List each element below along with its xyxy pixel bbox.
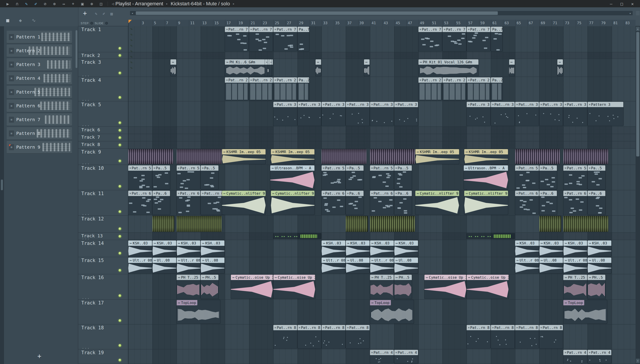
audio-clip[interactable]: ▸▸KSHMR Im..eep 05 — [464, 149, 508, 164]
audio-clip[interactable]: ▸▸PH T..25 — [563, 275, 587, 299]
track-name-row[interactable]: Track 13... — [78, 233, 128, 240]
horizontal-scrollbar[interactable]: ◂ ▸ — [130, 11, 633, 15]
disable-icon[interactable]: ⊘ — [40, 1, 50, 6]
audio-clip[interactable]: ▸▸ — [557, 59, 563, 76]
playhead-marker[interactable] — [128, 20, 132, 23]
frame-tool-icon[interactable]: ▣ — [78, 1, 87, 6]
audio-clip[interactable]: ▸▸KSHMR Im..eep 05 — [222, 149, 266, 164]
audio-clip[interactable]: ▸▸KSH..03 — [515, 240, 539, 256]
audio-clip[interactable]: ▸▸KSH..03 — [201, 240, 224, 256]
track-collapse-dots[interactable]: ... — [82, 211, 90, 216]
sidebar-scroll-thumb[interactable] — [76, 30, 77, 68]
picker-icon[interactable]: ◆ — [19, 18, 22, 23]
pattern-clip[interactable]: ≡Pat..rn 8 — [491, 325, 515, 348]
audio-clip[interactable]: ▸▸KSH..03 — [394, 240, 418, 256]
pattern-clip[interactable]: Pa..7 — [298, 27, 309, 51]
brush-tool-icon[interactable]: ✐ — [103, 11, 105, 16]
pattern-clip[interactable]: ≡Pat..rn 5 — [370, 165, 394, 189]
audio-clip[interactable]: ▸▸Ult..r 08 — [563, 258, 587, 273]
pattern-clip[interactable]: ≡Pat..rn 5 — [128, 165, 152, 189]
track-collapse-dots[interactable]: ... — [82, 295, 90, 300]
audio-clip[interactable]: ▸▸PH..5 — [588, 275, 605, 299]
pattern-clip[interactable]: ≡Pat..rn 6 — [515, 191, 539, 215]
track-name-row[interactable]: Track 19 — [78, 349, 128, 364]
pattern-clip[interactable]: ≡Pat..rn 8 — [298, 325, 321, 348]
pattern-clip[interactable]: ≡Pat..rn 2 — [225, 77, 249, 100]
track-lane[interactable] — [128, 52, 636, 59]
audio-stripe-clip[interactable] — [370, 216, 415, 232]
pattern-clip[interactable]: ≡Pat..rn 6 — [322, 191, 345, 215]
track-name-row[interactable]: Track 6 — [78, 127, 128, 134]
pattern-clip[interactable]: ≡Pat..rn 6 — [177, 191, 200, 215]
audio-clip[interactable]: ▸▸ — [364, 59, 370, 76]
audio-stripe-clip[interactable] — [177, 216, 222, 232]
pattern-clip[interactable]: ≡Pat..rn 3 — [563, 102, 587, 126]
track-name-row[interactable]: Track 18... — [78, 324, 128, 349]
pattern-clip[interactable]: ≡Pat..rn 3 — [515, 102, 539, 126]
pattern-clip[interactable]: ≡Pat..rn 2 — [273, 77, 297, 100]
scroll-left-arrow-icon[interactable]: ◂ — [131, 11, 133, 15]
pattern-clip[interactable]: ≡Pat..rn 6 — [128, 191, 152, 215]
horizontal-scroll-thumb[interactable] — [136, 11, 498, 15]
mute-led[interactable] — [118, 54, 121, 57]
audio-stripe-clip[interactable] — [539, 216, 561, 232]
mute-led[interactable] — [118, 210, 121, 213]
audio-clip[interactable]: ▸▸Cymatic..oise Up 3 — [424, 275, 466, 299]
audio-clip[interactable]: ▸▸Ultrason..BPM - A — [464, 165, 508, 189]
track-lane[interactable] — [128, 134, 636, 141]
pattern-clip[interactable]: ≡Pa..6 — [539, 191, 557, 215]
mute-led[interactable] — [118, 294, 121, 297]
mute-led[interactable] — [118, 136, 121, 139]
pencil-tool-icon[interactable]: ✎ — [95, 11, 97, 16]
mute-led[interactable] — [118, 160, 121, 162]
mute-led[interactable] — [118, 227, 121, 230]
track-collapse-dots[interactable]: ... — [82, 73, 90, 77]
track-name-row[interactable]: Track 2 — [78, 52, 128, 59]
mute-led[interactable] — [118, 319, 121, 322]
headphones-icon[interactable]: ∩ — [12, 1, 22, 6]
maximize-button[interactable]: □ — [616, 1, 627, 6]
audio-clip[interactable]: ▸▸Ultrason..BPM - A — [270, 165, 314, 189]
pattern-clip[interactable]: ≡Pat..rn 5 — [322, 165, 345, 189]
audio-clip[interactable]: ▸▸TopLoop — [563, 300, 607, 324]
audio-clip[interactable]: ▸▸Ul..08 — [201, 258, 224, 273]
audio-clip[interactable]: ▸▸Cymatic..oise Up 3 — [273, 275, 315, 299]
minimize-button[interactable]: — — [606, 1, 616, 6]
pattern-clip[interactable]: ≡Pat..rn 6 — [370, 191, 394, 215]
audio-clip[interactable]: ▸▸KSH..03 — [370, 240, 394, 256]
track-name-row[interactable]: Track 17 — [78, 300, 128, 324]
pattern-clip[interactable]: ≡Pa..6 — [394, 191, 412, 215]
wave-view-icon[interactable]: ∿ — [32, 18, 36, 23]
audio-clip[interactable]: ▸▸ — [265, 59, 268, 76]
mute-led[interactable] — [118, 129, 121, 132]
mute-led[interactable] — [118, 185, 121, 188]
grid-view-icon[interactable]: ▦ — [6, 18, 9, 23]
pattern-clip[interactable]: ≡Pat..rn 7 — [442, 27, 466, 51]
pattern-item[interactable]: ≡Pattern 7 — [7, 113, 72, 126]
pattern-clip[interactable]: ≡Pat..rn 8 — [539, 325, 563, 348]
close-button[interactable]: ✕ — [627, 1, 638, 6]
audio-stripe-clip[interactable] — [177, 149, 222, 164]
pattern-item[interactable]: ≡Pattern 5 — [7, 86, 72, 98]
mini-arrows-clip[interactable]: ▸▸ ▸▸ ▸▸ ▸▸ — [273, 233, 321, 239]
mute-led[interactable] — [118, 72, 121, 74]
track-lane[interactable] — [128, 77, 636, 101]
pattern-clip[interactable]: Pa..7 — [491, 27, 502, 51]
track-name-row[interactable]: Track 15 — [78, 257, 128, 274]
track-name-row[interactable]: Track 5... — [78, 101, 128, 127]
pattern-clip[interactable]: ≡Pattern 3 — [588, 102, 623, 126]
draw-tool-icon[interactable]: ✎ — [22, 1, 31, 6]
pattern-clip[interactable]: ≡Pat..rn 3 — [491, 102, 515, 126]
mute-tool-icon[interactable]: ⊗ — [50, 1, 59, 6]
track-lane[interactable] — [128, 127, 636, 134]
track-lane[interactable] — [128, 233, 636, 240]
pattern-clip[interactable]: ≡Pa..5 — [588, 165, 605, 189]
slide-toggle[interactable] — [105, 22, 108, 25]
audio-stripe-clip[interactable] — [515, 149, 560, 164]
audio-clip[interactable]: ▸▸Ult..r 08 — [128, 258, 152, 273]
track-name-row[interactable]: Track 7 — [78, 134, 128, 141]
step-toggle[interactable] — [90, 22, 93, 25]
track-name-row[interactable]: Track 3... — [78, 59, 128, 77]
pattern-clip[interactable]: ≡Pat..rn 5 — [515, 165, 539, 189]
mute-led[interactable] — [118, 252, 121, 255]
